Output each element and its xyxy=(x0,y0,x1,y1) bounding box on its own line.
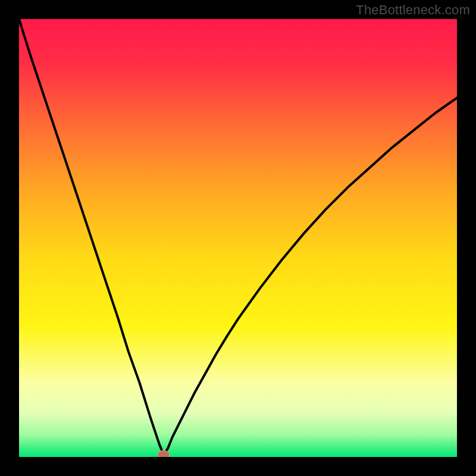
optimal-point-marker xyxy=(158,450,170,457)
bottleneck-chart xyxy=(19,19,457,457)
watermark-text: TheBottleneck.com xyxy=(356,2,470,18)
chart-background xyxy=(19,19,457,457)
chart-frame: TheBottleneck.com xyxy=(0,0,476,476)
